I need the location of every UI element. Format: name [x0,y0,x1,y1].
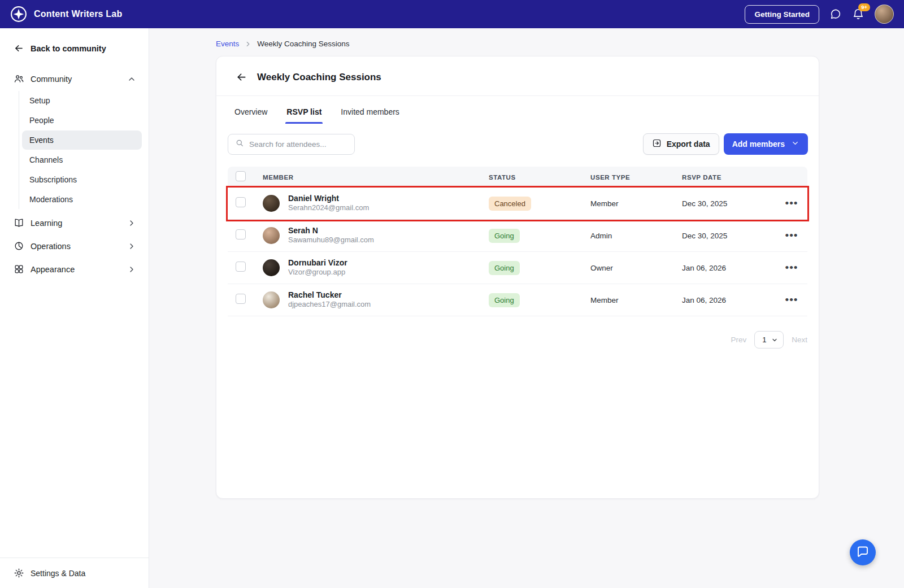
chevron-right-icon [127,265,136,274]
row-menu-button[interactable]: ••• [785,230,798,241]
table-row: Dornubari Vizor Vizor@group.app Going Ow… [228,252,807,284]
sidebar-item-community-label: Community [31,75,72,84]
member-name: Rachel Tucker [288,290,371,300]
app-logo-icon [10,6,27,23]
column-header-member: MEMBER [254,174,480,181]
sidebar-item-operations[interactable]: Operations [7,234,142,258]
tab-rsvp-list[interactable]: RSVP list [285,107,323,124]
tab-overview[interactable]: Overview [233,107,268,124]
breadcrumb-events-link[interactable]: Events [216,40,239,48]
add-members-label: Add members [732,140,785,149]
back-to-community-link[interactable]: Back to community [14,43,140,54]
sidebar-item-appearance[interactable]: Appearance [7,258,142,281]
brand-name: Content Writers Lab [34,9,122,19]
chevron-up-icon [127,75,136,84]
layout: Back to community Community Setup People… [0,28,904,588]
user-type: Admin [581,232,673,240]
rsvp-date: Dec 30, 2025 [673,199,776,208]
sidebar-item-subscriptions[interactable]: Subscriptions [22,170,142,189]
column-header-rsvp-date: RSVP DATE [673,174,776,181]
row-checkbox[interactable] [236,262,246,272]
card-header: Weekly Coaching Sessions [216,56,819,96]
status-badge: Going [489,293,520,307]
sidebar-item-appearance-label: Appearance [31,265,75,274]
notifications-bell-icon[interactable]: 9+ [852,8,864,20]
column-header-status: STATUS [480,174,581,181]
row-menu-button[interactable]: ••• [785,294,798,305]
search-input[interactable] [249,140,347,149]
rsvp-date: Jan 06, 2026 [673,296,776,304]
rsvp-date: Jan 06, 2026 [673,264,776,272]
user-type: Member [581,199,673,208]
chat-widget-button[interactable] [850,539,876,565]
add-members-button[interactable]: Add members [724,133,808,155]
community-icon [14,73,24,84]
topbar-right: Getting Started 9+ [745,5,894,24]
sidebar-item-channels[interactable]: Channels [22,150,142,169]
chevron-right-icon [127,219,136,228]
member-name: Dornubari Vizor [288,258,347,268]
sidebar-spacer [0,281,149,557]
search-box [228,134,355,155]
back-arrow-icon [14,43,24,54]
toolbar: Export data Add members [216,124,819,155]
member-email: Vizor@group.app [288,268,347,277]
learning-icon [14,217,24,228]
sidebar-item-operations-label: Operations [31,242,71,251]
export-data-button[interactable]: Export data [643,133,719,155]
breadcrumb: Events Weekly Coaching Sessions [216,40,904,48]
next-button[interactable]: Next [792,336,807,344]
sidebar-item-learning-label: Learning [31,219,62,228]
prev-button[interactable]: Prev [731,336,746,344]
rsvp-date: Dec 30, 2025 [673,232,776,240]
settings-data-link[interactable]: Settings & Data [0,557,149,588]
toolbar-right: Export data Add members [643,133,808,155]
topbar: Content Writers Lab Getting Started 9+ [0,0,904,28]
community-sub-list: Setup People Events Channels Subscriptio… [19,91,142,209]
row-checkbox[interactable] [236,294,246,304]
sidebar-item-learning[interactable]: Learning [7,211,142,234]
user-type: Owner [581,264,673,272]
brand: Content Writers Lab [10,6,122,23]
table-row: Rachel Tucker djpeaches17@gmail.com Goin… [228,284,807,316]
sidebar-item-setup[interactable]: Setup [22,91,142,110]
sidebar-nav: Community Setup People Events Channels S… [0,67,149,281]
sidebar-item-community[interactable]: Community [7,67,142,90]
sidebar-item-events[interactable]: Events [22,130,142,150]
tab-invited-members[interactable]: Invited members [340,107,400,124]
event-card: Weekly Coaching Sessions Overview RSVP l… [216,56,819,499]
table-row: Serah N Sawamuhu89@gmail.com Going Admin… [228,220,807,252]
status-badge: Canceled [489,197,531,211]
page-title: Weekly Coaching Sessions [257,72,381,83]
row-menu-button[interactable]: ••• [785,262,798,273]
back-to-community-label: Back to community [31,44,106,53]
chevron-right-icon [244,40,252,48]
breadcrumb-current: Weekly Coaching Sessions [257,40,349,48]
row-menu-button[interactable]: ••• [785,198,798,208]
status-badge: Going [489,229,520,243]
back-arrow-button[interactable] [235,71,247,84]
select-all-checkbox[interactable] [236,171,246,181]
member-avatar [263,195,280,212]
user-avatar[interactable] [875,5,894,24]
chevron-down-icon [771,337,778,343]
sidebar-item-moderations[interactable]: Moderations [22,190,142,209]
export-data-label: Export data [667,140,710,149]
rsvp-table: MEMBER STATUS USER TYPE RSVP DATE Daniel… [228,167,807,316]
operations-icon [14,241,24,251]
row-checkbox[interactable] [236,197,246,207]
sidebar-item-people[interactable]: People [22,111,142,130]
table-row: Daniel Wright Serahn2024@gmail.com Cance… [228,188,807,220]
getting-started-button[interactable]: Getting Started [745,5,819,24]
page-select[interactable]: 1 [754,331,784,349]
chat-icon[interactable] [829,8,842,20]
row-checkbox[interactable] [236,229,246,239]
chevron-right-icon [127,242,136,251]
member-avatar [263,227,280,244]
status-badge: Going [489,261,520,275]
member-name: Daniel Wright [288,194,369,204]
notification-badge: 9+ [858,3,870,11]
member-avatar [263,259,280,276]
search-icon [235,138,244,150]
member-email: Serahn2024@gmail.com [288,203,369,213]
